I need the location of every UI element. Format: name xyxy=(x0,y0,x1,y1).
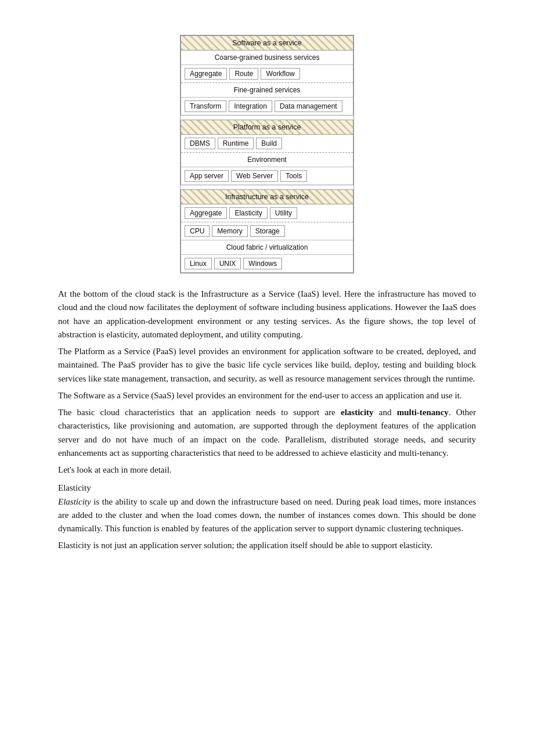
text-content: At the bottom of the cloud stack is the … xyxy=(58,287,476,553)
iaas-title: Infrastructure as a service xyxy=(181,190,353,204)
iaas-cpu-tag: CPU xyxy=(185,225,210,237)
saas-integration-tag: Integration xyxy=(229,100,272,112)
diagram-container: Software as a service Coarse-grained bus… xyxy=(180,35,354,273)
paragraph-4: The basic cloud characteristics that an … xyxy=(58,406,476,460)
iaas-unix-tag: UNIX xyxy=(214,258,241,269)
paas-appserver-tag: App server xyxy=(185,170,229,182)
paas-block: Platform as a service DBMS Runtime Build… xyxy=(181,120,353,185)
iaas-storage-tag: Storage xyxy=(250,225,285,237)
saas-workflow-tag: Workflow xyxy=(261,68,300,80)
p4-pre: The basic cloud characteristics that an … xyxy=(58,408,341,417)
saas-datamanagement-tag: Data management xyxy=(275,100,342,112)
cloud-stack-diagram: Software as a service Coarse-grained bus… xyxy=(58,35,476,273)
iaas-block: Infrastructure as a service Aggregate El… xyxy=(181,189,353,273)
iaas-memory-tag: Memory xyxy=(212,225,247,237)
p6-post: is the ability to scale up and down the … xyxy=(58,497,476,534)
saas-row2: Transform Integration Data management xyxy=(181,98,353,115)
saas-route-tag: Route xyxy=(229,68,258,80)
iaas-windows-tag: Windows xyxy=(243,258,282,269)
p6-elasticity-italic: Elasticity xyxy=(58,497,91,506)
paas-tools-tag: Tools xyxy=(280,170,307,182)
paragraph-3: The Software as a Service (SaaS) level p… xyxy=(58,389,476,402)
saas-row1: Aggregate Route Workflow xyxy=(181,65,353,83)
p4-elasticity: elasticity xyxy=(341,408,374,417)
paas-row2: App server Web Server Tools xyxy=(181,167,353,185)
iaas-elasticity-tag: Elasticity xyxy=(229,207,267,219)
paas-build-tag: Build xyxy=(256,138,282,149)
paas-runtime-tag: Runtime xyxy=(218,138,254,149)
iaas-row1: Aggregate Elasticity Utility xyxy=(181,204,353,222)
paragraph-7: Elasticity is not just an application se… xyxy=(58,539,476,552)
p4-mid: and xyxy=(374,408,397,417)
saas-block: Software as a service Coarse-grained bus… xyxy=(181,35,353,116)
saas-aggregate-tag: Aggregate xyxy=(185,68,227,80)
iaas-cloudfabric: Cloud fabric / virtualization xyxy=(181,240,353,255)
paas-dbms-tag: DBMS xyxy=(185,138,215,149)
iaas-aggregate-tag: Aggregate xyxy=(185,207,227,219)
iaas-linux-tag: Linux xyxy=(185,258,212,269)
paragraph-5: Let's look at each in more detail. xyxy=(58,463,476,477)
saas-subtitle: Coarse-grained business services xyxy=(181,51,353,65)
paragraph-6: Elasticity is the ability to scale up an… xyxy=(58,495,476,536)
iaas-utility-tag: Utility xyxy=(270,207,297,219)
paas-webserver-tag: Web Server xyxy=(231,170,278,182)
saas-transform-tag: Transform xyxy=(185,100,226,112)
p4-multitenancy: multi-tenancy xyxy=(397,408,449,417)
paas-title: Platform as a service xyxy=(181,120,353,135)
saas-title: Software as a service xyxy=(181,36,353,51)
paragraph-2: The Platform as a Service (PaaS) level p… xyxy=(58,345,476,386)
paas-row1: DBMS Runtime Build xyxy=(181,135,353,153)
iaas-row3: Linux UNIX Windows xyxy=(181,255,353,272)
paas-environment: Environment xyxy=(181,153,353,167)
iaas-row2: CPU Memory Storage xyxy=(181,222,353,240)
saas-section2: Fine-grained services xyxy=(181,83,353,98)
elasticity-heading: Elasticity xyxy=(58,481,476,495)
paragraph-1: At the bottom of the cloud stack is the … xyxy=(58,287,476,341)
